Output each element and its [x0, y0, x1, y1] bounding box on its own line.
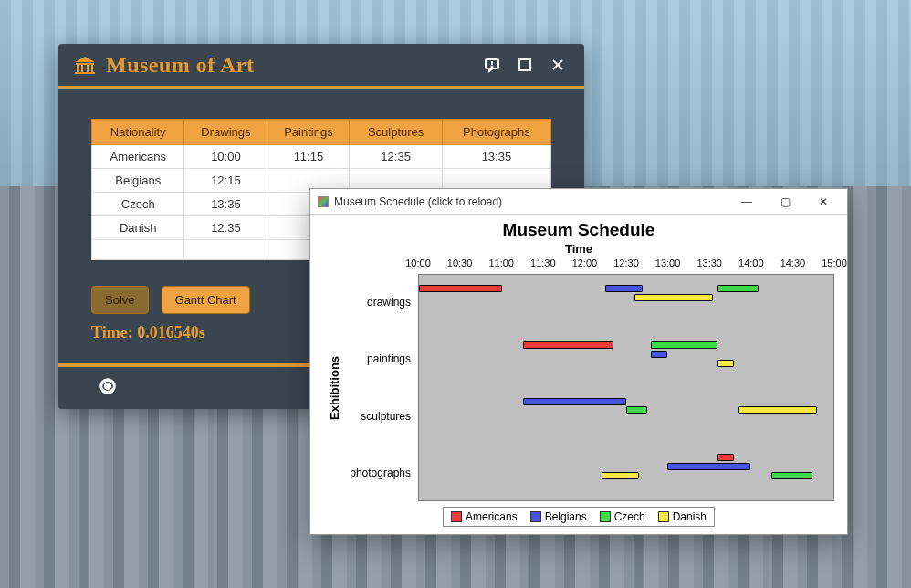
gantt-bar [602, 472, 639, 479]
x-tick: 12:00 [572, 257, 598, 268]
legend-item: Belgians [530, 510, 587, 523]
y-axis-label: Exhibitions [323, 274, 345, 501]
x-tick-row: 10:0010:3011:0011:3012:0012:3013:0013:30… [418, 257, 834, 274]
col-drawings: Drawings [184, 120, 267, 145]
cell: 10:00 [184, 145, 267, 169]
cell: Danish [92, 216, 184, 240]
close-icon[interactable]: ✕ [807, 189, 840, 214]
legend-item: Czech [600, 510, 645, 523]
gantt-bar [523, 341, 614, 349]
y-label: sculptures [345, 388, 418, 445]
gantt-bar [717, 285, 759, 292]
col-sculptures: Sculptures [350, 120, 442, 145]
feedback-icon[interactable] [480, 53, 504, 77]
col-nationality: Nationality [92, 120, 184, 145]
gantt-bar [523, 398, 627, 405]
gantt-bar [651, 351, 667, 358]
plot-area [418, 274, 834, 501]
gantt-bar [717, 360, 734, 367]
svg-point-2 [491, 66, 492, 67]
x-tick: 12:30 [613, 257, 639, 268]
gantt-chart-button[interactable]: Gantt Chart [162, 286, 250, 314]
cell: Belgians [92, 169, 184, 193]
maximize-icon[interactable]: ▢ [769, 189, 801, 214]
cell: 12:35 [184, 216, 267, 240]
chart-body[interactable]: Museum Schedule Time 10:0010:3011:0011:3… [310, 215, 847, 534]
x-tick: 13:30 [696, 257, 722, 268]
y-label: photographs [345, 445, 418, 501]
gantt-bar [738, 406, 817, 414]
x-tick: 15:00 [822, 257, 847, 268]
gantt-bar [651, 341, 717, 349]
col-photographs: Photographs [442, 120, 550, 145]
cell: Czech [92, 193, 184, 216]
svg-rect-3 [519, 59, 530, 70]
gantt-bar [771, 472, 812, 479]
maximize-icon[interactable] [513, 53, 537, 77]
close-icon[interactable] [546, 53, 570, 77]
chart-window-titlebar: Museum Schedule (click to reload) — ▢ ✕ [310, 189, 847, 215]
table-row: Americans 10:00 11:15 12:35 13:35 [92, 145, 551, 169]
legend-label: Belgians [545, 510, 587, 523]
legend-label: Czech [614, 510, 645, 523]
legend-swatch [451, 511, 462, 522]
legend-item: Americans [451, 510, 518, 523]
x-tick: 14:00 [738, 257, 764, 268]
y-label: paintings [345, 331, 418, 387]
gantt-bar [634, 294, 713, 301]
legend-label: Americans [466, 510, 518, 523]
x-tick: 10:30 [447, 257, 473, 268]
window-app-icon [318, 196, 329, 207]
cell: Americans [92, 145, 184, 169]
col-paintings: Paintings [267, 120, 350, 145]
gantt-bar [419, 285, 502, 292]
legend-label: Danish [673, 510, 707, 523]
gantt-bar [626, 406, 647, 414]
chart-x-title: Time [323, 242, 834, 256]
legend-swatch [530, 511, 541, 522]
legend-swatch [658, 511, 669, 522]
gantt-bar [717, 454, 734, 461]
x-tick: 11:30 [530, 257, 556, 268]
solve-button[interactable]: Solve [91, 286, 149, 314]
x-tick: 10:00 [405, 257, 431, 268]
minimize-icon[interactable]: — [730, 189, 763, 214]
legend-item: Danish [658, 510, 707, 523]
y-category-labels: drawings paintings sculptures photograph… [345, 274, 418, 501]
table-header-row: Nationality Drawings Paintings Sculpture… [92, 120, 551, 145]
legend: AmericansBelgiansCzechDanish [443, 507, 715, 527]
x-tick: 11:00 [488, 257, 514, 268]
gantt-bar [667, 463, 750, 470]
cell: 11:15 [267, 145, 350, 169]
chart-window-title: Museum Schedule (click to reload) [334, 195, 502, 208]
chart-title: Museum Schedule [323, 220, 834, 240]
cell: 13:35 [184, 193, 267, 216]
museum-icon [73, 55, 97, 75]
titlebar: Museum of Art [58, 44, 584, 89]
chart-window: Museum Schedule (click to reload) — ▢ ✕ … [309, 188, 848, 535]
x-tick: 14:30 [780, 257, 806, 268]
app-title: Museum of Art [106, 53, 254, 78]
legend-swatch [600, 511, 611, 522]
cell: 13:35 [442, 145, 550, 169]
cell: 12:15 [184, 169, 267, 193]
x-tick: 13:00 [655, 257, 681, 268]
cell: 12:35 [350, 145, 442, 169]
logo-icon [95, 373, 120, 403]
svg-point-7 [105, 383, 111, 390]
y-label: drawings [345, 274, 418, 331]
gantt-bar [605, 285, 643, 292]
